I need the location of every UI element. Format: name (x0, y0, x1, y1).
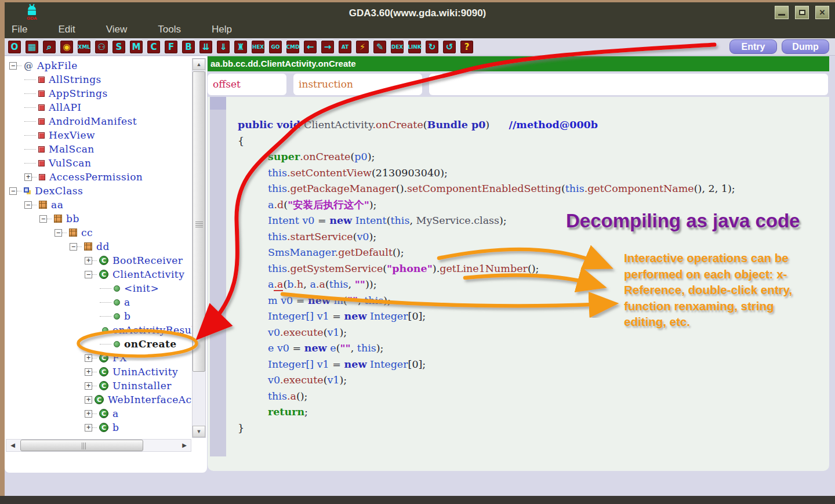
collapse-toggle[interactable]: − (55, 229, 62, 237)
tree-item-accesspermission[interactable]: +AccessPermission (6, 170, 193, 184)
menu-file[interactable]: File (12, 24, 27, 35)
tree-item-allstrings[interactable]: AllStrings (6, 72, 193, 86)
tree-item-dd[interactable]: −dd (6, 240, 193, 253)
code-line[interactable]: m v0 = new m("", this); (238, 293, 735, 309)
back-icon[interactable]: ← (304, 41, 317, 53)
bytecode-icon[interactable]: B (182, 41, 195, 53)
cmd-icon[interactable]: CMD (286, 41, 299, 53)
menu-tools[interactable]: Tools (158, 24, 181, 35)
tree-item-fx[interactable]: +CFX (6, 351, 193, 365)
tree-item-init[interactable]: <init> (6, 281, 193, 295)
link-icon[interactable]: LINK (408, 41, 421, 53)
open-icon[interactable]: O (8, 41, 21, 53)
key-icon[interactable]: ◉ (60, 41, 73, 53)
save-icon[interactable]: ▦ (26, 41, 38, 53)
mark-icon[interactable]: ⚡ (356, 41, 369, 53)
android-icon[interactable]: ⚇ (95, 41, 108, 53)
xml-icon[interactable]: XML (78, 41, 90, 53)
tree-item-allapi[interactable]: AllAPI (6, 100, 193, 114)
tree-item-oncreate[interactable]: onCreate (6, 337, 193, 351)
expand-toggle[interactable]: + (85, 257, 92, 264)
bank-icon[interactable]: ♜ (234, 41, 247, 53)
collapse-toggle[interactable]: − (39, 215, 47, 223)
menu-view[interactable]: View (106, 24, 128, 35)
classes-icon[interactable]: C (147, 41, 160, 53)
import-icon[interactable]: ⇊ (199, 41, 212, 53)
collapse-toggle[interactable]: − (85, 271, 92, 278)
expand-toggle[interactable]: + (85, 424, 92, 432)
menu-help[interactable]: Help (212, 24, 232, 35)
code-line[interactable]: public void ClientActivity.onCreate(Bund… (238, 117, 735, 133)
expand-toggle[interactable]: + (85, 368, 92, 376)
search-icon[interactable]: ⌕ (43, 41, 56, 53)
download-icon[interactable]: ⇓ (217, 41, 230, 53)
collapse-toggle[interactable]: − (24, 201, 32, 209)
dex-icon[interactable]: DEX (391, 41, 404, 53)
code-line[interactable]: } (238, 420, 735, 437)
scroll-down-button[interactable]: ▼ (193, 426, 205, 437)
entry-button[interactable]: Entry (729, 39, 777, 54)
forward-icon[interactable]: → (321, 41, 334, 53)
at-icon[interactable]: AT (339, 41, 351, 53)
strings-icon[interactable]: S (112, 41, 125, 53)
tree-item-a[interactable]: +Ca (6, 407, 193, 420)
code-line[interactable]: v0.execute(v1); (238, 372, 735, 389)
scroll-right-button[interactable]: ▶ (178, 440, 191, 451)
menu-edit[interactable]: Edit (58, 24, 75, 35)
code-line[interactable]: e v0 = new e("", this); (238, 340, 735, 357)
code-line[interactable]: Intent v0 = new Intent(this, MyService.c… (238, 213, 735, 229)
instruction-column-header[interactable]: instruction (293, 74, 422, 95)
code-line[interactable]: return; (238, 404, 735, 420)
tree-horizontal-scrollbar[interactable]: ◀ ▶ (6, 439, 191, 452)
code-line[interactable]: v0.execute(v1); (238, 325, 735, 341)
code-line[interactable]: a.a(b.h, a.a(this, "")); (238, 277, 735, 293)
tree-vertical-scrollbar[interactable]: ▲ ▼ (192, 58, 206, 438)
tree-item-hexview[interactable]: HexView (6, 128, 193, 142)
offset-column-header[interactable]: offset (208, 74, 286, 95)
tree-item-malscan[interactable]: MalScan (6, 142, 193, 156)
vertical-scroll-thumb[interactable] (193, 71, 205, 372)
code-line[interactable]: a.d("安装后执行这个"); (238, 197, 735, 213)
hex-icon[interactable]: HEX (252, 41, 264, 53)
tree-item-a[interactable]: a (6, 295, 193, 309)
tree-item-vulscan[interactable]: VulScan (6, 156, 193, 170)
dump-button[interactable]: Dump (782, 39, 829, 54)
tree-item-clientactivity[interactable]: −CClientActivity (6, 267, 193, 281)
close-button[interactable]: ✕ (815, 6, 829, 19)
code-line[interactable]: this.setContentView(2130903040); (238, 165, 735, 182)
code-line[interactable]: this.getSystemService("phone").getLine1N… (238, 261, 735, 277)
tree-item-onactivityresult[interactable]: onActivityResult (6, 323, 193, 337)
tree-item-appstrings[interactable]: AppStrings (6, 86, 193, 100)
tree-item-androidmanifest[interactable]: AndroidManifest (6, 114, 193, 128)
expand-toggle[interactable]: + (85, 382, 92, 390)
code-line[interactable]: this.startService(v0); (238, 229, 735, 245)
code-line[interactable]: super.onCreate(p0); (238, 149, 735, 165)
note-icon[interactable]: ✎ (373, 41, 386, 53)
help-icon[interactable]: ? (460, 41, 473, 53)
code-line[interactable]: this.a(); (238, 389, 735, 405)
code-line[interactable]: Integer[] v1 = new Integer[0]; (238, 357, 735, 373)
code-line[interactable]: { (238, 133, 735, 150)
tree-item-bb[interactable]: −bb (6, 212, 193, 226)
expand-toggle[interactable]: + (85, 410, 92, 418)
code-line[interactable]: this.getPackageManager().setComponentEna… (238, 181, 735, 197)
tree-item-webinterfaceactivity[interactable]: +CWebInterfaceActivity (6, 393, 193, 407)
tree-item-aa[interactable]: −aa (6, 198, 193, 212)
code-editor[interactable]: public void ClientActivity.onCreate(Bund… (208, 97, 829, 471)
refresh-icon[interactable]: ↻ (426, 41, 438, 53)
undo-icon[interactable]: ↺ (443, 41, 456, 53)
minimize-button[interactable] (775, 6, 789, 19)
code-line[interactable]: SmsManager.getDefault(); (238, 245, 735, 261)
tree-item-bootreceiver[interactable]: +CBootReceiver (6, 253, 193, 267)
scroll-up-button[interactable]: ▲ (193, 59, 205, 70)
collapse-toggle[interactable]: − (9, 187, 17, 195)
go-icon[interactable]: GO (269, 41, 282, 53)
collapse-toggle[interactable]: − (9, 62, 17, 70)
tree-item-apkfile[interactable]: −@ApkFile (6, 59, 193, 72)
tree-item-dexclass[interactable]: −DexClass (6, 184, 193, 198)
collapse-toggle[interactable]: − (70, 243, 77, 251)
tree-item-uninstaller[interactable]: +CUninstaller (6, 379, 193, 393)
expand-toggle[interactable]: + (24, 173, 32, 181)
tree-item-b[interactable]: b (6, 309, 193, 323)
methods-icon[interactable]: M (130, 41, 143, 53)
